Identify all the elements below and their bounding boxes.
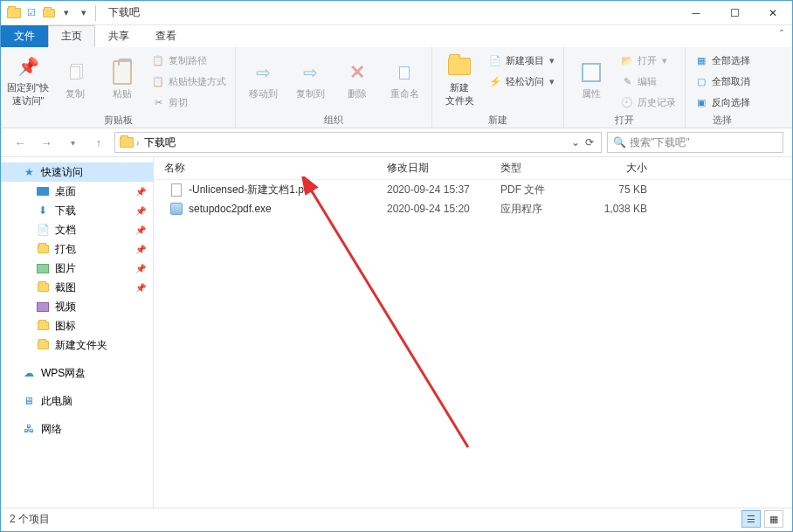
star-icon: ★	[22, 165, 36, 179]
ribbon-group-select: ▦全部选择 ▢全部取消 ▣反向选择 选择	[686, 47, 759, 128]
breadcrumb-current[interactable]: 下载吧	[141, 135, 179, 150]
sidebar-downloads[interactable]: ⬇下载📌	[1, 201, 153, 220]
selectall-icon: ▦	[694, 53, 708, 67]
sidebar-dabao[interactable]: 打包📌	[1, 239, 153, 259]
pasteshortcut-icon: 📋	[151, 74, 165, 88]
newfolder-icon	[447, 54, 472, 79]
open-button[interactable]: 📂打开▾	[617, 51, 679, 70]
column-size[interactable]: 大小	[586, 161, 665, 176]
delete-button[interactable]: ✕删除	[335, 49, 379, 112]
breadcrumb[interactable]: › 下载吧 ⌄ ⟳	[114, 132, 602, 153]
close-button[interactable]: ✕	[754, 1, 792, 25]
rename-button[interactable]: 重命名	[383, 49, 426, 112]
nav-up-button[interactable]: ↑	[88, 132, 109, 153]
tab-file[interactable]: 文件	[1, 25, 48, 47]
pin-icon: 📌	[16, 54, 40, 79]
sidebar-wps-cloud[interactable]: ☁WPS网盘	[1, 363, 153, 383]
paste-shortcut-button[interactable]: 📋粘贴快捷方式	[148, 72, 230, 91]
invert-selection-button[interactable]: ▣反向选择	[691, 93, 754, 112]
ribbon-group-open: 属性 📂打开▾ ✎编辑 🕘历史记录 打开	[564, 47, 686, 128]
history-button[interactable]: 🕘历史记录	[617, 93, 679, 112]
qat-new-icon[interactable]	[41, 5, 57, 21]
divider	[95, 5, 96, 21]
nav-recent-button[interactable]: ▾	[62, 132, 83, 153]
pin-icon: 📌	[135, 225, 146, 235]
file-row[interactable]: setupdoc2pdf.exe2020-09-24 15:20应用程序1,03…	[154, 199, 792, 218]
videos-icon	[36, 300, 50, 314]
refresh-icon[interactable]: ⟳	[585, 136, 594, 149]
breadcrumb-dropdown-icon[interactable]: ⌄	[571, 136, 580, 149]
sidebar-this-pc[interactable]: 🖥此电脑	[1, 391, 153, 411]
sidebar-icons[interactable]: 图标	[1, 316, 153, 335]
copyto-icon: ⇨	[298, 60, 322, 85]
new-item-button[interactable]: 📄新建项目▾	[485, 51, 558, 70]
qat-properties-icon[interactable]: ☑	[24, 5, 39, 21]
column-date[interactable]: 修改日期	[376, 161, 490, 176]
view-details-button[interactable]: ☰	[741, 510, 761, 528]
sidebar-network[interactable]: 🖧网络	[1, 419, 153, 439]
move-to-button[interactable]: ⇨移动到	[241, 49, 285, 112]
file-name: setupdoc2pdf.exe	[189, 203, 272, 215]
window-controls: ─ ☐ ✕	[677, 1, 792, 25]
qat-dropdown-icon[interactable]: ▾	[59, 5, 74, 21]
maximize-button[interactable]: ☐	[715, 1, 754, 25]
pin-to-quickaccess-button[interactable]: 📌 固定到"快 速访问"	[6, 49, 50, 112]
navigation-pane: ★快速访问 桌面📌 ⬇下载📌 📄文档📌 打包📌 图片📌 截图📌 视频 图标 新建…	[1, 157, 154, 508]
pictures-icon	[36, 261, 50, 275]
newitem-icon: 📄	[488, 53, 502, 67]
sidebar-quick-access[interactable]: ★快速访问	[1, 162, 153, 182]
copy-icon	[63, 60, 87, 85]
copy-path-button[interactable]: 📋复制路径	[148, 51, 230, 70]
selectnone-icon: ▢	[694, 74, 708, 88]
copypath-icon: 📋	[151, 53, 165, 67]
properties-button[interactable]: 属性	[569, 49, 613, 112]
view-icons-button[interactable]: ▦	[764, 510, 783, 528]
pin-icon: 📌	[135, 187, 146, 197]
pin-icon: 📌	[135, 206, 146, 216]
sidebar-newfolder[interactable]: 新建文件夹	[1, 335, 153, 355]
select-all-button[interactable]: ▦全部选择	[691, 51, 754, 70]
folder-icon	[36, 338, 50, 352]
search-input[interactable]: 🔍 搜索"下载吧"	[607, 132, 783, 153]
sidebar-videos[interactable]: 视频	[1, 297, 153, 316]
column-type[interactable]: 类型	[490, 161, 586, 176]
column-name[interactable]: 名称	[154, 161, 376, 176]
main-area: ★快速访问 桌面📌 ⬇下载📌 📄文档📌 打包📌 图片📌 截图📌 视频 图标 新建…	[1, 157, 792, 508]
ribbon-group-organize: ⇨移动到 ⇨复制到 ✕删除 重命名 组织	[236, 47, 432, 128]
paste-button[interactable]: 粘贴	[100, 49, 144, 112]
file-icon	[169, 202, 183, 216]
edit-button[interactable]: ✎编辑	[617, 72, 679, 91]
invert-icon: ▣	[694, 95, 708, 109]
file-type: 应用程序	[490, 202, 586, 217]
ribbon-collapse-button[interactable]: ˆ	[771, 25, 792, 47]
cut-button[interactable]: ✂剪切	[148, 93, 230, 112]
address-bar: ← → ▾ ↑ › 下载吧 ⌄ ⟳ 🔍 搜索"下载吧"	[1, 128, 792, 157]
search-placeholder: 搜索"下载吧"	[630, 135, 690, 150]
nav-back-button[interactable]: ←	[10, 132, 31, 153]
sidebar-desktop[interactable]: 桌面📌	[1, 182, 153, 201]
file-size: 1,038 KB	[586, 203, 665, 215]
network-icon: 🖧	[22, 422, 36, 436]
file-row[interactable]: -Unlicensed-新建文档1.pdf2020-09-24 15:37PDF…	[154, 180, 792, 199]
sidebar-jietu[interactable]: 截图📌	[1, 278, 153, 297]
sidebar-pictures[interactable]: 图片📌	[1, 259, 153, 278]
nav-forward-button[interactable]: →	[36, 132, 57, 153]
tab-home[interactable]: 主页	[48, 25, 95, 47]
copy-button[interactable]: 复制	[53, 49, 97, 112]
easy-access-button[interactable]: ⚡轻松访问▾	[485, 72, 558, 91]
folder-icon	[36, 242, 50, 256]
breadcrumb-folder-icon	[119, 135, 134, 150]
new-folder-button[interactable]: 新建 文件夹	[438, 49, 481, 112]
tab-share[interactable]: 共享	[95, 25, 142, 47]
sidebar-documents[interactable]: 📄文档📌	[1, 220, 153, 239]
history-icon: 🕘	[620, 95, 634, 109]
copy-to-button[interactable]: ⇨复制到	[288, 49, 332, 112]
file-list-area: 名称 修改日期 类型 大小 -Unlicensed-新建文档1.pdf2020-…	[154, 157, 792, 508]
select-none-button[interactable]: ▢全部取消	[691, 72, 754, 91]
file-icon	[169, 183, 183, 197]
chevron-right-icon[interactable]: ›	[136, 138, 139, 148]
qat-overflow-icon[interactable]: ▾	[76, 5, 92, 21]
minimize-button[interactable]: ─	[677, 1, 715, 25]
tab-view[interactable]: 查看	[142, 25, 190, 47]
column-headers: 名称 修改日期 类型 大小	[154, 157, 792, 180]
